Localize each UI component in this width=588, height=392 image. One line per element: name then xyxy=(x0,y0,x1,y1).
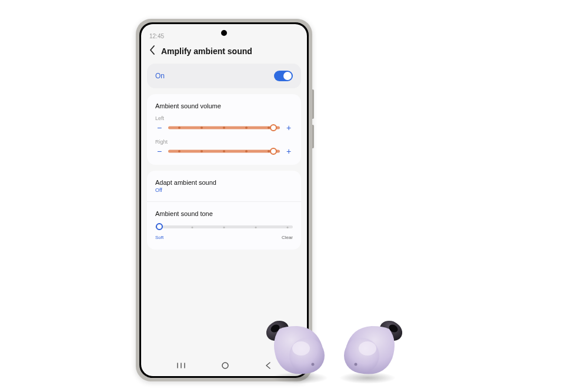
right-volume-row: − + xyxy=(155,147,293,155)
tone-tick xyxy=(223,227,225,228)
tone-label-soft: Soft xyxy=(155,235,163,240)
nav-recents-button[interactable] xyxy=(176,361,186,371)
main-toggle-label: On xyxy=(155,72,165,80)
right-volume-group: Right − xyxy=(155,139,293,155)
back-button[interactable] xyxy=(149,45,155,57)
volume-section-title: Ambient sound volume xyxy=(155,102,293,109)
slider-tick xyxy=(201,127,203,129)
right-volume-thumb[interactable] xyxy=(270,148,277,155)
left-volume-minus-button[interactable]: − xyxy=(155,124,163,132)
android-navbar xyxy=(141,356,307,376)
volume-section: Ambient sound volume Left − xyxy=(147,94,301,165)
left-volume-label: Left xyxy=(155,115,293,121)
main-toggle-row[interactable]: On xyxy=(147,64,301,88)
right-volume-label: Right xyxy=(155,139,293,145)
svg-point-8 xyxy=(376,317,406,345)
right-volume-minus-button[interactable]: − xyxy=(155,147,163,155)
svg-point-0 xyxy=(222,363,228,368)
left-volume-thumb[interactable] xyxy=(270,124,277,131)
volume-card: Ambient sound volume Left − xyxy=(147,94,301,165)
slider-tick xyxy=(223,127,225,129)
left-volume-slider[interactable] xyxy=(168,126,280,129)
adapt-ambient-row[interactable]: Adapt ambient sound Off xyxy=(147,171,301,202)
adapt-ambient-title: Adapt ambient sound xyxy=(155,179,293,186)
svg-point-10 xyxy=(344,338,379,373)
left-volume-group: Left − xyxy=(155,115,293,132)
side-button xyxy=(312,89,314,119)
left-volume-row: − + xyxy=(155,124,293,132)
main-toggle-switch[interactable] xyxy=(274,71,293,81)
chevron-left-icon xyxy=(149,45,155,55)
svg-point-2 xyxy=(339,372,396,384)
right-volume-plus-button[interactable]: + xyxy=(285,147,293,155)
tone-label-clear: Clear xyxy=(282,235,293,240)
adapt-ambient-status: Off xyxy=(155,187,293,193)
svg-point-9 xyxy=(387,323,399,334)
slider-tick xyxy=(245,127,248,129)
svg-point-11 xyxy=(359,341,376,356)
page-title: Amplify ambient sound xyxy=(161,46,252,56)
tone-thumb[interactable] xyxy=(156,223,163,230)
recents-icon xyxy=(176,362,186,369)
tone-section: Ambient sound tone Soft Clear xyxy=(147,202,301,250)
home-icon xyxy=(221,361,229,370)
slider-tick xyxy=(245,150,248,152)
front-camera xyxy=(221,30,227,36)
nav-back-icon xyxy=(265,361,272,370)
slider-tick xyxy=(178,127,181,129)
status-time: 12:45 xyxy=(149,33,164,39)
right-volume-slider[interactable] xyxy=(168,150,280,153)
content-area: On Ambient sound volume Left − xyxy=(141,64,307,356)
svg-point-12 xyxy=(355,363,358,366)
left-volume-plus-button[interactable]: + xyxy=(285,124,293,132)
phone-bezel: 12:45 Amplify ambient sound On Ambient s… xyxy=(139,22,309,378)
tone-title: Ambient sound tone xyxy=(155,210,293,217)
nav-home-button[interactable] xyxy=(221,361,229,371)
slider-tick xyxy=(223,150,225,152)
nav-back-button[interactable] xyxy=(265,361,272,371)
tone-tick xyxy=(255,227,256,228)
slider-tick xyxy=(201,150,203,152)
page-header: Amplify ambient sound xyxy=(141,41,307,64)
side-button-2 xyxy=(312,125,314,148)
slider-tick xyxy=(178,150,181,152)
tone-slider[interactable] xyxy=(155,223,293,234)
tone-labels: Soft Clear xyxy=(155,235,293,240)
phone-device-frame: 12:45 Amplify ambient sound On Ambient s… xyxy=(136,19,312,381)
tone-tick xyxy=(192,227,193,228)
settings-card: Adapt ambient sound Off Ambient sound to… xyxy=(147,171,301,250)
phone-screen: 12:45 Amplify ambient sound On Ambient s… xyxy=(141,24,307,376)
tone-tick xyxy=(286,227,288,228)
